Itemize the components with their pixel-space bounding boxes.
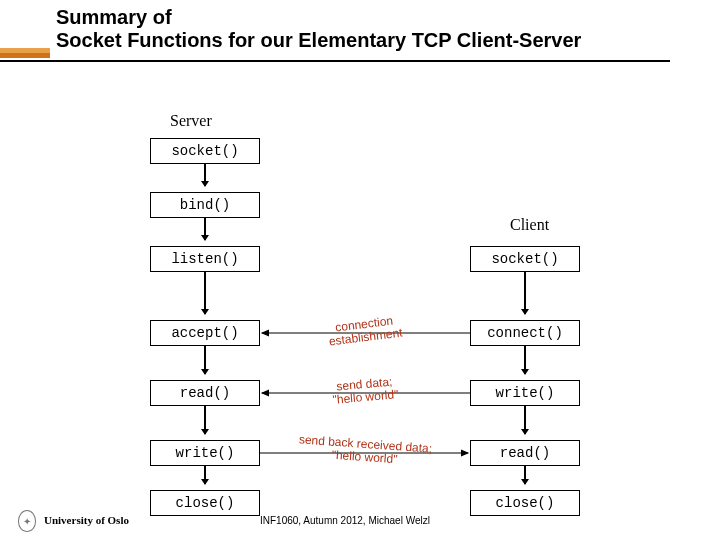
footer-course-info: INF1060, Autumn 2012, Michael Welzl: [260, 515, 430, 526]
university-seal-icon: ✦: [18, 510, 36, 532]
footer-university: University of Oslo: [44, 514, 129, 526]
